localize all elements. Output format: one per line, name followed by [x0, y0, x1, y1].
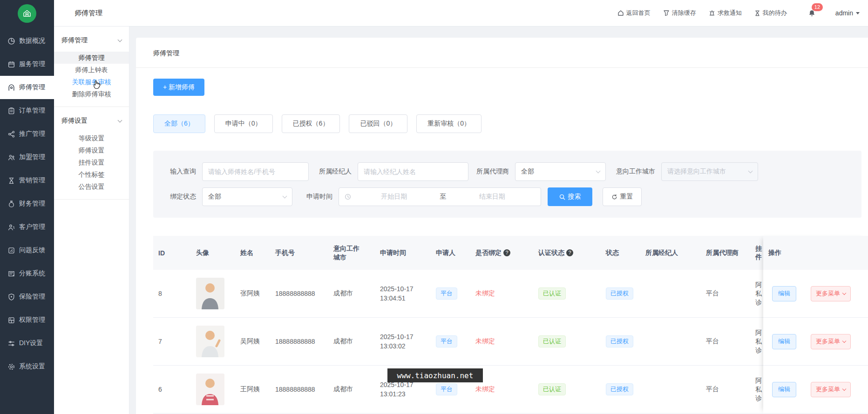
city-placeholder: 请选择意向工作城市 — [667, 167, 749, 176]
sidebar-item-label: 服务管理 — [19, 60, 45, 68]
cell-applicant: 平台 — [431, 383, 470, 395]
more-menu-button[interactable]: 更多菜单 — [811, 382, 851, 397]
cell-avatar — [191, 326, 235, 357]
col-bind: 是否绑定? — [470, 249, 533, 257]
search-button[interactable]: 搜索 — [548, 187, 592, 206]
submenu-item-clock-table[interactable]: 师傅上钟表 — [54, 64, 129, 76]
bind-status-select[interactable]: 全部 — [202, 187, 292, 206]
edit-button[interactable]: 编辑 — [772, 334, 796, 349]
submenu-item-tag-setting[interactable]: 个性标签 — [54, 168, 129, 180]
sidebar-item-system[interactable]: 系统设置 — [0, 355, 54, 378]
status-tabs: 全部（6） 申请中（0） 已授权（6） 已驳回（0） 重新审核（0） — [153, 114, 868, 133]
group-title: 师傅管理 — [61, 36, 88, 45]
insurance-icon — [7, 293, 15, 301]
auth-tag: 已认证 — [538, 383, 566, 395]
more-menu-button[interactable]: 更多菜单 — [811, 334, 851, 349]
tab-reaudit[interactable]: 重新审核（0） — [416, 114, 481, 133]
keyword-input[interactable] — [202, 162, 309, 181]
cell-apply-time: 2025-10-1713:01:23 — [375, 380, 431, 399]
col-avatar: 头像 — [191, 249, 235, 257]
help-icon[interactable]: ? — [503, 249, 510, 256]
submenu-item-level-setting[interactable]: 等级设置 — [54, 132, 129, 144]
sidebar-item-franchise[interactable]: 加盟管理 — [0, 146, 54, 169]
help-icon[interactable]: ? — [566, 249, 573, 256]
add-master-button[interactable]: + 新增师傅 — [153, 79, 204, 96]
home-icon — [617, 10, 624, 16]
siren-icon — [709, 10, 715, 16]
avatar — [196, 278, 224, 309]
nav-sos-notice[interactable]: 求救通知 — [709, 9, 742, 17]
cell-avatar — [191, 374, 235, 405]
tab-rejected[interactable]: 已驳回（0） — [349, 114, 407, 133]
apply-time-range-picker[interactable]: 开始日期 至 结束日期 — [339, 187, 541, 206]
agent-input[interactable] — [358, 162, 468, 181]
range-separator: 至 — [437, 193, 449, 201]
diy-icon — [7, 340, 15, 347]
order-icon — [7, 107, 15, 115]
cell-city: 成都市 — [328, 289, 375, 298]
col-auth: 认证状态? — [533, 249, 601, 257]
submenu-group-header[interactable]: 师傅管理 — [54, 33, 129, 48]
cell-applicant: 平台 — [431, 287, 470, 300]
edit-button[interactable]: 编辑 — [772, 286, 796, 301]
submenu-item-master-setting[interactable]: 师傅设置 — [54, 144, 129, 156]
feedback-icon — [7, 247, 15, 254]
submenu-group-manage: 师傅管理 师傅管理 师傅上钟表 关联服务审核 删除师傅审核 — [54, 27, 129, 107]
page-title: 师傅管理 — [75, 9, 102, 18]
sidebar-item-label: 系统设置 — [19, 362, 45, 371]
tab-authorized[interactable]: 已授权（6） — [282, 114, 340, 133]
more-menu-label: 更多菜单 — [816, 385, 840, 394]
nav-home[interactable]: 返回首页 — [617, 9, 651, 17]
submenu-item-pendant-setting[interactable]: 挂件设置 — [54, 156, 129, 168]
dealer-select[interactable]: 全部 — [515, 162, 606, 181]
submenu-item-master-manage[interactable]: 师傅管理 — [54, 52, 129, 64]
more-menu-button[interactable]: 更多菜单 — [811, 286, 851, 301]
reset-button[interactable]: 重置 — [603, 187, 642, 206]
table-row: 8 张阿姨 18888888888 成都市 2025-10-1713:04:51… — [153, 270, 764, 318]
keyword-label: 输入查询 — [170, 167, 196, 176]
sidebar-item-promotion[interactable]: 推广管理 — [0, 122, 54, 146]
sidebar-item-permission[interactable]: 权限管理 — [0, 308, 54, 332]
sidebar-item-data-overview[interactable]: 数据概况 — [0, 29, 54, 53]
cell-id: 8 — [153, 290, 191, 297]
nav-todo[interactable]: 我的待办 — [754, 9, 787, 17]
sidebar-item-label: 推广管理 — [19, 130, 45, 138]
notification-bell[interactable]: 12 — [808, 9, 816, 17]
tab-all[interactable]: 全部（6） — [153, 114, 205, 133]
search-label: 搜索 — [568, 193, 581, 201]
nav-label: 求救通知 — [718, 9, 742, 17]
tab-applying[interactable]: 申请中（0） — [214, 114, 273, 133]
col-pendant: 挂件 — [754, 245, 764, 261]
sidebar-item-diy[interactable]: DIY设置 — [0, 332, 54, 355]
table-row: 7 吴阿姨 18888888888 成都市 2025-10-1713:03:02… — [153, 318, 764, 366]
submenu-group-header[interactable]: 师傅设置 — [54, 113, 129, 129]
cell-pendant: 阿私诊 — [754, 280, 763, 307]
sidebar-item-ledger[interactable]: 分账系统 — [0, 262, 54, 285]
city-select[interactable]: 请选择意向工作城市 — [661, 162, 758, 181]
app-logo-icon[interactable] — [18, 4, 36, 23]
submenu-item-notice-setting[interactable]: 公告设置 — [54, 180, 129, 193]
cell-name: 吴阿姨 — [235, 337, 270, 346]
cell-auth-status: 已认证 — [533, 383, 601, 395]
status-tag: 已授权 — [606, 335, 633, 347]
chevron-down-icon — [118, 118, 122, 123]
sidebar-item-finance[interactable]: 财务管理 — [0, 192, 54, 215]
service-icon — [7, 60, 15, 68]
sidebar-item-marketing[interactable]: 营销管理 — [0, 169, 54, 192]
sidebar-item-master[interactable]: 师傅管理 — [0, 76, 54, 99]
sidebar-item-order[interactable]: 订单管理 — [0, 99, 54, 122]
sidebar-item-customer[interactable]: 客户管理 — [0, 215, 54, 239]
sidebar-item-insurance[interactable]: 保险管理 — [0, 285, 54, 308]
main-content-card: 师傅管理 + 新增师傅 全部（6） 申请中（0） 已授权（6） 已驳回（0） 重… — [136, 38, 868, 414]
applicant-tag: 平台 — [436, 335, 457, 347]
col-phone: 手机号 — [270, 249, 328, 257]
sidebar-item-feedback[interactable]: 问题反馈 — [0, 239, 54, 262]
fixed-operation-column: 操作 编辑 更多菜单 编辑 更多菜单 编辑 更多菜单 — [763, 236, 868, 414]
user-menu[interactable]: admin — [835, 9, 860, 17]
nav-clear-cache[interactable]: 清除缓存 — [663, 9, 696, 17]
mouse-cursor-icon — [91, 80, 102, 91]
sidebar-item-label: 订单管理 — [19, 107, 45, 115]
edit-button[interactable]: 编辑 — [772, 382, 796, 397]
sidebar-item-service[interactable]: 服务管理 — [0, 53, 54, 76]
username: admin — [835, 9, 853, 17]
